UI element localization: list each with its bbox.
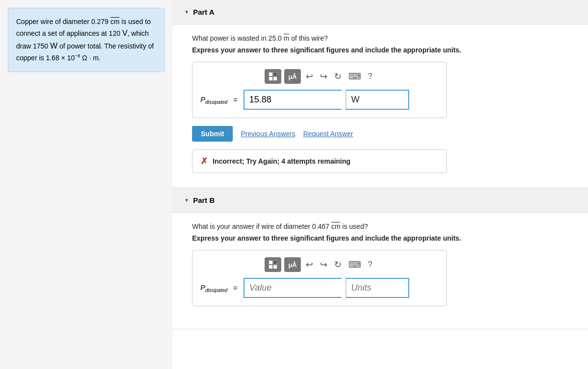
part-a-header[interactable]: ▼ Part A <box>172 0 588 25</box>
redo-icon-b: ↪ <box>320 260 327 270</box>
part-a-submit-button[interactable]: Submit <box>192 126 233 142</box>
matrix-button-b[interactable] <box>265 257 281 272</box>
symbol-label-a: μÅ <box>288 73 296 80</box>
part-a-input-row: Pdissipated = <box>200 90 439 110</box>
svg-rect-6 <box>269 265 272 269</box>
part-b-chevron-icon: ▼ <box>184 197 189 203</box>
refresh-button-b[interactable]: ↻ <box>332 258 343 271</box>
problem-text: Copper wire of diameter 0.279 cm is used… <box>16 18 154 62</box>
undo-icon-a: ↩ <box>306 72 313 81</box>
refresh-button-a[interactable]: ↻ <box>332 70 343 83</box>
svg-rect-1 <box>273 73 277 76</box>
keyboard-icon-a: ⌨ <box>348 72 361 81</box>
part-a-answer-box: μÅ ↩ ↪ ↻ ⌨ ? <box>192 62 447 118</box>
help-button-a[interactable]: ? <box>366 71 374 82</box>
symbol-label-b: μÅ <box>288 261 296 269</box>
svg-rect-4 <box>269 261 272 264</box>
svg-rect-3 <box>273 77 277 80</box>
part-b-header[interactable]: ▼ Part B <box>172 188 588 213</box>
part-b-unit-input[interactable] <box>345 278 409 298</box>
part-a-variable-label: Pdissipated <box>200 95 227 105</box>
part-b-title: Part B <box>193 196 215 204</box>
problem-description: Copper wire of diameter 0.279 cm is used… <box>8 8 165 72</box>
svg-rect-2 <box>269 77 272 80</box>
keyboard-button-a[interactable]: ⌨ <box>346 70 363 83</box>
undo-icon-b: ↩ <box>306 260 313 270</box>
undo-button-b[interactable]: ↩ <box>304 258 315 271</box>
part-b-instruction: Express your answer to three significant… <box>192 234 568 242</box>
part-a-submit-row: Submit Previous Answers Request Answer <box>192 126 568 142</box>
part-b-answer-box: μÅ ↩ ↪ ↻ ⌨ ? <box>192 250 447 306</box>
part-a-toolbar: μÅ ↩ ↪ ↻ ⌨ ? <box>200 69 439 84</box>
symbol-button-b[interactable]: μÅ <box>284 257 300 272</box>
part-a-instruction: Express your answer to three significant… <box>192 46 568 54</box>
part-a-title: Part A <box>193 8 215 16</box>
part-a-question: What power is wasted in 25.0 m of this w… <box>192 34 568 42</box>
part-a-section: ▼ Part A What power is wasted in 25.0 m … <box>172 0 588 188</box>
help-icon-a: ? <box>368 72 372 80</box>
part-b-body: What is your answer if wire of diameter … <box>172 213 588 329</box>
redo-button-a[interactable]: ↪ <box>318 70 329 83</box>
symbol-button-a[interactable]: μÅ <box>284 69 300 84</box>
svg-rect-7 <box>273 265 277 269</box>
keyboard-button-b[interactable]: ⌨ <box>346 258 363 271</box>
svg-rect-0 <box>269 73 272 76</box>
main-content: ▼ Part A What power is wasted in 25.0 m … <box>172 0 588 369</box>
part-b-variable-label: Pdissipated <box>200 283 227 293</box>
part-a-feedback-box: ✗ Incorrect; Try Again; 4 attempts remai… <box>192 149 447 173</box>
part-b-toolbar: μÅ ↩ ↪ ↻ ⌨ ? <box>200 257 439 272</box>
part-a-chevron-icon: ▼ <box>184 9 189 15</box>
help-button-b[interactable]: ? <box>366 259 374 270</box>
part-b-question: What is your answer if wire of diameter … <box>192 222 568 230</box>
redo-icon-a: ↪ <box>320 72 327 81</box>
keyboard-icon-b: ⌨ <box>348 260 361 270</box>
part-a-body: What power is wasted in 25.0 m of this w… <box>172 25 588 188</box>
refresh-icon-b: ↻ <box>334 260 342 270</box>
redo-button-b[interactable]: ↪ <box>318 258 329 271</box>
part-a-unit-input[interactable] <box>345 90 409 110</box>
part-a-prev-answers-link[interactable]: Previous Answers <box>241 130 295 138</box>
part-a-equals: = <box>233 96 238 104</box>
part-a-request-answer-link[interactable]: Request Answer <box>303 130 353 138</box>
part-a-feedback-text: Incorrect; Try Again; 4 attempts remaini… <box>213 157 350 165</box>
part-b-section: ▼ Part B What is your answer if wire of … <box>172 188 588 329</box>
incorrect-icon: ✗ <box>200 156 208 167</box>
part-b-value-input[interactable] <box>244 278 342 298</box>
help-icon-b: ? <box>368 260 372 269</box>
matrix-button-a[interactable] <box>265 69 281 84</box>
part-b-input-row: Pdissipated = <box>200 278 439 298</box>
svg-rect-5 <box>273 261 277 264</box>
part-a-value-input[interactable] <box>244 90 342 110</box>
undo-button-a[interactable]: ↩ <box>304 70 315 83</box>
part-b-equals: = <box>233 284 238 292</box>
refresh-icon-a: ↻ <box>334 72 342 81</box>
